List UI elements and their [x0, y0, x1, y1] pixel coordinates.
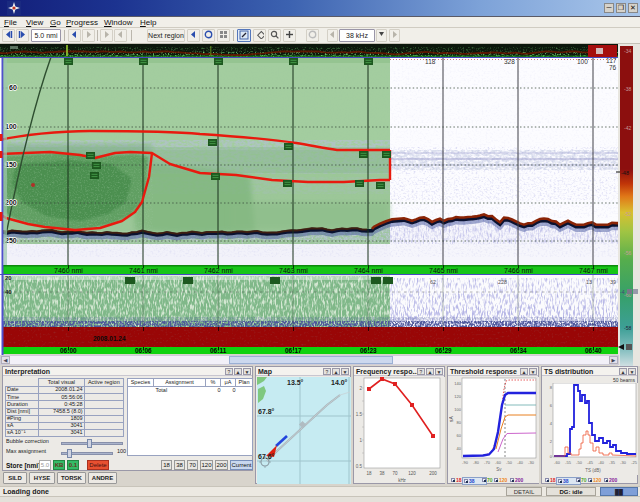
svg-text:-70: -70: [484, 460, 491, 465]
svg-text:-45: -45: [587, 460, 594, 465]
svg-text:-60: -60: [495, 460, 502, 465]
svg-text:40: 40: [5, 289, 12, 295]
svg-text:sA: sA: [449, 416, 454, 423]
svg-text:60: 60: [457, 433, 462, 438]
svg-text:328: 328: [504, 58, 515, 65]
svg-text:-56: -56: [624, 250, 631, 256]
svg-text:13: 13: [586, 279, 592, 285]
svg-text:7467 nmi: 7467 nmi: [579, 267, 608, 274]
svg-text:-50: -50: [506, 460, 513, 465]
svg-text:80: 80: [457, 420, 462, 425]
svg-text:2008.01.24: 2008.01.24: [93, 335, 126, 342]
svg-text:100: 100: [577, 58, 588, 65]
svg-text:-50: -50: [576, 460, 583, 465]
svg-text:TS (dB): TS (dB): [585, 468, 601, 473]
svg-text:7464 nmi: 7464 nmi: [354, 267, 383, 274]
svg-text:14.0°: 14.0°: [331, 379, 348, 386]
svg-text:Sv: Sv: [496, 467, 502, 472]
svg-text:7462 nmi: 7462 nmi: [204, 267, 233, 274]
svg-text:120: 120: [408, 471, 416, 476]
svg-text:-60: -60: [554, 460, 561, 465]
svg-text:140: 140: [454, 381, 461, 386]
svg-text:76: 76: [609, 64, 617, 71]
svg-text:-52: -52: [624, 211, 631, 217]
svg-text:67.6°: 67.6°: [258, 453, 275, 460]
svg-text:13.5°: 13.5°: [287, 379, 304, 386]
svg-text:-48: -48: [621, 170, 629, 176]
svg-text:-25: -25: [631, 460, 638, 465]
svg-text:18: 18: [366, 471, 372, 476]
svg-text:-34: -34: [624, 48, 631, 54]
svg-text:-42: -42: [624, 125, 631, 131]
svg-text:117: 117: [606, 57, 617, 64]
svg-text:kHz: kHz: [398, 478, 406, 483]
svg-text:7463 nmi: 7463 nmi: [279, 267, 308, 274]
svg-text:118: 118: [425, 58, 436, 65]
svg-text:67.8°: 67.8°: [258, 408, 275, 415]
svg-text:-55: -55: [565, 460, 572, 465]
svg-text:7461 nmi: 7461 nmi: [129, 267, 158, 274]
svg-text:40: 40: [457, 446, 462, 451]
svg-text:120: 120: [454, 394, 461, 399]
svg-text:-38: -38: [624, 86, 631, 92]
svg-text:-80: -80: [473, 460, 480, 465]
svg-text:-30: -30: [620, 460, 627, 465]
svg-text:-30: -30: [528, 460, 535, 465]
svg-text:0.5: 0.5: [356, 464, 363, 469]
svg-text:100: 100: [454, 407, 461, 412]
svg-text:7465 nmi: 7465 nmi: [429, 267, 458, 274]
svg-text:-4: -4: [620, 289, 625, 295]
svg-text:38: 38: [379, 471, 385, 476]
svg-text:60: 60: [9, 84, 17, 91]
svg-text:228: 228: [498, 279, 507, 285]
svg-text:-90: -90: [462, 460, 469, 465]
svg-text:-40: -40: [517, 460, 524, 465]
svg-text:7466 nmi: 7466 nmi: [504, 267, 533, 274]
svg-text:-35: -35: [609, 460, 616, 465]
svg-text:1.5: 1.5: [356, 412, 363, 417]
svg-text:-40: -40: [598, 460, 605, 465]
svg-text:7460 nmi: 7460 nmi: [54, 267, 83, 274]
svg-text:-58: -58: [624, 325, 631, 331]
svg-text:20: 20: [5, 275, 12, 281]
svg-text:200: 200: [429, 471, 437, 476]
svg-text:39: 39: [610, 279, 616, 285]
svg-text:70: 70: [392, 471, 398, 476]
svg-text:62: 62: [430, 279, 436, 285]
